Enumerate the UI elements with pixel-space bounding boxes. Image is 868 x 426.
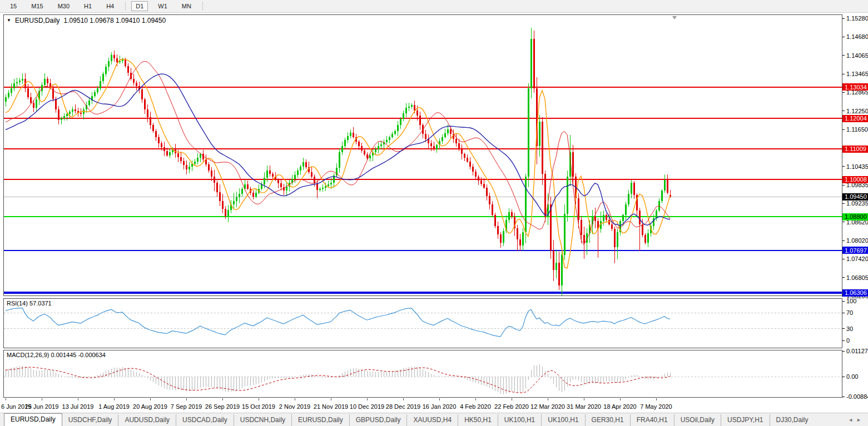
candle-body <box>530 39 532 88</box>
candle-body <box>500 234 502 243</box>
candle-body <box>489 196 490 204</box>
price-axis[interactable]: 1.152801.146801.140651.134651.128651.122… <box>842 15 868 299</box>
chart-tab-dj30-daily-15[interactable]: DJ30,Daily <box>770 414 815 426</box>
date-label: 28 Dec 2019 <box>386 403 420 410</box>
chart-tab-gbpusd-daily-6[interactable]: GBPUSD,Daily <box>349 414 407 426</box>
candle-body <box>100 81 101 88</box>
candle-body <box>341 146 343 152</box>
candle-body <box>369 156 371 159</box>
candle-body <box>269 171 271 174</box>
candle-body <box>631 183 632 193</box>
candle-body <box>297 171 299 174</box>
chart-dropdown-icon[interactable]: ▼ <box>7 18 11 23</box>
candle-body <box>97 88 98 92</box>
candle-body <box>403 113 404 119</box>
candle-body <box>391 134 393 137</box>
price-badge-label: 1.07697 <box>845 247 867 254</box>
candle-body <box>75 109 76 111</box>
date-label: 25 Jun 2019 <box>25 403 59 410</box>
candle-body <box>122 59 123 61</box>
chart-tab-fra40-h1-12[interactable]: FRA40,H1 <box>630 414 674 426</box>
candle-body <box>606 215 607 219</box>
candle-body <box>314 177 315 183</box>
candle-body <box>447 129 449 133</box>
candle-body <box>436 145 438 149</box>
rsi-value: 57.0371 <box>29 300 52 307</box>
candle-body <box>425 134 426 138</box>
candle-body <box>197 158 199 162</box>
candle-body <box>450 129 452 134</box>
ohlc-values: 1.09510 1.09678 1.09410 1.09450 <box>64 17 166 24</box>
candle-body <box>622 215 624 221</box>
candle-body <box>80 113 82 114</box>
candle-body <box>183 161 185 165</box>
candle-body <box>628 194 629 204</box>
chart-tab-ger30-h1-11[interactable]: GER30,H1 <box>585 414 630 426</box>
chart-tab-uk100-h1-9[interactable]: UK100,H1 <box>498 414 541 426</box>
candle-body <box>494 215 496 225</box>
chart-canvas[interactable]: 1.152801.146801.140651.134651.128651.122… <box>0 0 868 414</box>
date-axis[interactable]: 6 Jun 201925 Jun 201913 Jul 20191 Aug 20… <box>1 398 672 410</box>
candle-body <box>325 186 326 188</box>
chart-tab-uk100-h1-10[interactable]: UK100,H1 <box>541 414 584 426</box>
candle-body <box>216 183 218 192</box>
chart-tab-eurusd-daily-0[interactable]: EURUSD,Daily <box>4 413 62 426</box>
price-badge-label: 1.09450 <box>845 193 867 200</box>
chart-tab-xauusd-h4-7[interactable]: XAUUSD,H4 <box>406 414 458 426</box>
candle-body <box>311 172 313 177</box>
price-axis-label: 1.15280 <box>846 15 868 22</box>
candle-body <box>400 119 401 125</box>
candle-body <box>542 122 543 174</box>
candle-body <box>166 151 168 155</box>
chart-tab-usdchf-daily-1[interactable]: USDCHF,Daily <box>62 414 118 426</box>
date-label: 2 Nov 2019 <box>279 403 310 410</box>
date-label: 20 Aug 2019 <box>133 403 167 410</box>
main-chart-plot[interactable] <box>4 14 842 296</box>
trading-app-window: 15M15M30H1H4D1W1MN ▼ EURUSD,Daily 1.0951… <box>0 0 868 426</box>
rsi-plot[interactable] <box>4 298 842 348</box>
candle-body <box>464 154 465 158</box>
candle-body <box>189 167 190 169</box>
candle-body <box>116 58 118 62</box>
macd-axis-label: 0.011277 <box>846 348 868 354</box>
candle-body <box>13 83 15 88</box>
candle-body <box>375 149 376 153</box>
date-label: 10 Dec 2019 <box>350 403 384 410</box>
candle-body <box>603 215 604 221</box>
candle-body <box>55 99 57 109</box>
candle-body <box>177 153 179 157</box>
candle-body <box>555 263 557 270</box>
chart-tab-bar: EURUSD,DailyUSDCHF,DailyAUDUSD,DailyUSDC… <box>0 413 868 426</box>
candle-body <box>264 178 265 184</box>
candle-body <box>567 177 568 213</box>
chart-symbol-label: EURUSD,Daily <box>15 17 60 24</box>
rsi-axis-label: 30 <box>846 325 853 332</box>
chart-tab-eurusd-daily-5[interactable]: EURUSD,Daily <box>291 414 349 426</box>
price-axis-label: 1.14065 <box>846 52 868 59</box>
candle-body <box>58 109 59 120</box>
candle-body <box>581 220 582 235</box>
candle-body <box>36 99 37 108</box>
tab-scroll-arrows[interactable]: ◄► <box>848 417 865 423</box>
chart-tab-usoil-daily-13[interactable]: USOil,Daily <box>674 414 721 426</box>
candle-body <box>169 152 171 156</box>
candle-body <box>475 172 477 177</box>
candle-body <box>625 204 627 215</box>
chart-tab-usdcnh-daily-4[interactable]: USDCNH,Daily <box>234 414 291 426</box>
candle-body <box>16 82 18 84</box>
candle-body <box>483 184 485 187</box>
macd-axis-label: -0.008845 <box>846 393 868 400</box>
candle-body <box>66 114 68 116</box>
candle-body <box>150 117 151 125</box>
candle-body <box>63 116 65 118</box>
chart-tab-usdcad-daily-3[interactable]: USDCAD,Daily <box>176 414 234 426</box>
candle-body <box>442 137 443 141</box>
candle-body <box>294 175 296 179</box>
chart-tab-usdjpy-h1-14[interactable]: USDJPY,H1 <box>721 414 769 426</box>
chart-tab-hk50-h1-8[interactable]: HK50,H1 <box>458 414 498 426</box>
macd-indicator-label: MACD(12,26,9) 0.001445 -0.000634 <box>7 352 106 358</box>
chart-tab-audusd-daily-2[interactable]: AUDUSD,Daily <box>118 414 176 426</box>
candle-body <box>661 191 663 201</box>
candle-body <box>233 201 235 204</box>
candle-body <box>322 188 324 189</box>
